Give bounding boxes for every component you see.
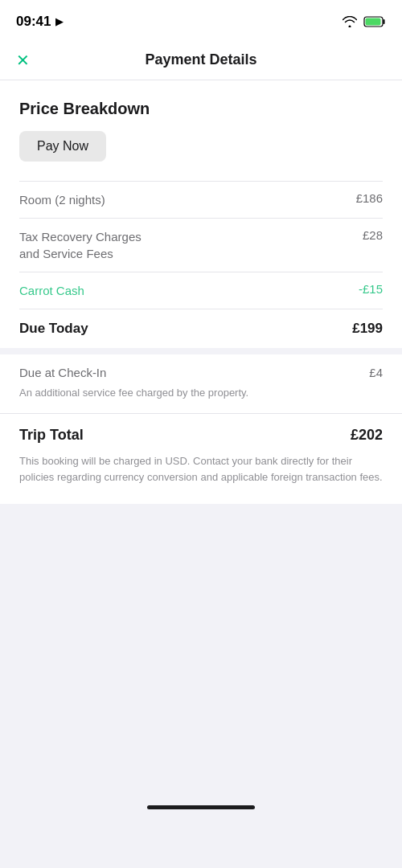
wifi-icon xyxy=(343,16,357,27)
trip-total-row: Trip Total £202 xyxy=(19,414,383,453)
due-checkin-row: Due at Check-In £4 xyxy=(19,354,383,386)
carrot-cash-row: Carrot Cash -£15 xyxy=(19,272,383,309)
currency-note: This booking will be charged in USD. Con… xyxy=(19,453,383,504)
time-display: 09:41 xyxy=(16,14,51,30)
svg-rect-1 xyxy=(384,19,385,24)
status-time: 09:41 ▶ xyxy=(16,14,63,30)
navigation-arrow-icon: ▶ xyxy=(55,16,63,27)
page-title: Payment Details xyxy=(145,51,256,68)
status-icons xyxy=(343,15,386,28)
svg-rect-2 xyxy=(366,18,381,26)
room-label: Room (2 nights) xyxy=(19,191,343,208)
due-checkin-value: £4 xyxy=(369,366,383,379)
tax-value: £28 xyxy=(363,228,383,242)
room-value: £186 xyxy=(356,191,383,205)
carrot-cash-value: -£15 xyxy=(359,282,383,296)
tax-label: Tax Recovery Chargesand Service Fees xyxy=(19,228,350,262)
close-button[interactable]: ✕ xyxy=(16,51,30,70)
checkin-note: An additional service fee charged by the… xyxy=(19,386,383,413)
status-bar: 09:41 ▶ xyxy=(0,0,402,40)
section-divider xyxy=(0,348,402,354)
due-checkin-label: Due at Check-In xyxy=(19,366,106,379)
due-today-label: Due Today xyxy=(19,321,88,337)
tax-price-row: Tax Recovery Chargesand Service Fees £28 xyxy=(19,218,383,272)
main-content: Price Breakdown Pay Now Room (2 nights) … xyxy=(0,80,402,348)
due-today-row: Due Today £199 xyxy=(19,309,383,348)
battery-icon xyxy=(363,15,386,28)
carrot-cash-label: Carrot Cash xyxy=(19,282,346,299)
page-header: ✕ Payment Details xyxy=(0,40,402,80)
bottom-area xyxy=(0,504,402,825)
due-today-value: £199 xyxy=(352,321,383,337)
trip-total-value: £202 xyxy=(351,427,383,444)
trip-total-section: Trip Total £202 This booking will be cha… xyxy=(0,413,402,504)
checkin-section: Due at Check-In £4 An additional service… xyxy=(0,354,402,413)
pay-now-button[interactable]: Pay Now xyxy=(19,131,106,162)
section-title: Price Breakdown xyxy=(19,100,383,118)
home-indicator xyxy=(147,805,255,809)
room-price-row: Room (2 nights) £186 xyxy=(19,181,383,218)
trip-total-label: Trip Total xyxy=(19,427,84,444)
